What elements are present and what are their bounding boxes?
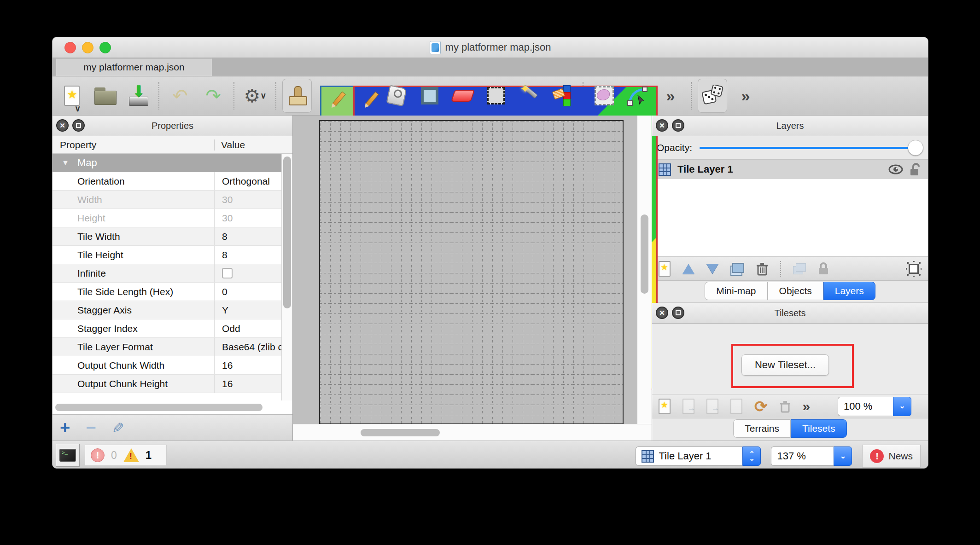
tile-map-grid[interactable] [319,120,624,424]
value-column-header[interactable]: Value [215,139,245,151]
table-row[interactable]: Height30 [52,209,292,227]
table-row[interactable]: Tile Width8 [52,227,292,246]
property-column-header[interactable]: Property [52,139,215,151]
automap-button[interactable]: ⚙∨ [240,79,270,113]
unlocked-padlock-icon[interactable] [910,162,922,176]
highlight-current-layer-icon[interactable] [906,261,922,277]
table-row[interactable]: Tile Height8 [52,246,292,264]
chevron-more-icon[interactable]: » [803,400,811,413]
close-panel-icon[interactable]: ✕ [656,119,668,132]
close-window-button[interactable] [64,42,76,53]
wang-brush-tool[interactable] [349,79,378,113]
shape-fill-tool[interactable] [415,79,444,113]
new-tileset-button[interactable]: New Tileset... [741,354,829,376]
table-row[interactable]: Stagger IndexOdd [52,319,292,338]
map-zoom-combo[interactable]: 137 % ⌄ [771,446,852,466]
delete-tileset-trash-icon[interactable] [780,400,791,413]
table-row[interactable]: OrientationOrthogonal [52,172,292,191]
zoom-window-button[interactable] [99,42,111,53]
new-tileset-toolbar-button[interactable]: ★ [659,399,671,414]
opacity-slider[interactable] [700,139,923,156]
table-row[interactable]: Output Chunk Height16 [52,375,292,393]
visibility-eye-icon[interactable] [888,164,903,175]
export-tileset-icon[interactable]: → [706,399,718,414]
map-canvas[interactable] [293,116,652,441]
float-panel-icon[interactable] [672,307,684,319]
redo-button[interactable]: ↷ [198,79,228,113]
properties-panel: ✕ Properties Property Value ▼Map Orienta… [52,116,293,441]
eraser-icon [451,90,475,102]
terrain-brush-tool[interactable] [315,79,345,113]
table-row[interactable]: Tile Layer FormatBase64 (zlib compressed… [52,338,292,356]
properties-horizontal-scrollbar[interactable] [52,400,292,414]
show-other-layers-icon[interactable] [793,263,806,274]
lock-layers-icon[interactable] [818,262,829,275]
dropdown-chevron-icon[interactable]: ⌄ [893,397,911,416]
magic-wand-tool[interactable] [514,79,544,113]
tileset-zoom-combo[interactable]: 100 % ⌄ [838,397,911,416]
new-layer-button[interactable]: ★ [659,261,671,277]
stamp-icon [288,86,306,105]
bezier-cursor-icon [627,85,648,106]
close-panel-icon[interactable]: ✕ [56,119,69,132]
map-group-row[interactable]: ▼Map [52,154,292,172]
open-file-button[interactable] [90,79,120,113]
alerts-group[interactable]: ! 0 1 [85,445,167,466]
slider-handle[interactable] [908,140,923,156]
new-map-caret-icon: ∨ [75,104,81,114]
tab-layers[interactable]: Layers [823,282,875,300]
tab-tilesets[interactable]: Tilesets [791,419,847,438]
eraser-tool[interactable] [448,79,478,113]
table-row[interactable]: Output Chunk Width16 [52,356,292,375]
table-row[interactable]: Tile Side Length (Hex)0 [52,283,292,301]
duplicate-layer-icon[interactable] [730,263,744,275]
shape-fill-icon [421,87,438,104]
tab-objects[interactable]: Objects [768,282,823,300]
layer-spinner[interactable]: ⌃⌄ [742,446,761,466]
select-same-tile-tool[interactable] [548,79,577,113]
minimize-window-button[interactable] [82,42,93,53]
collapse-triangle-icon[interactable]: ▼ [62,159,69,167]
random-mode-toggle[interactable] [698,79,727,113]
console-button[interactable]: >_ [56,444,80,467]
bucket-fill-tool[interactable] [382,79,411,113]
select-objects-tool[interactable] [589,79,619,113]
document-tab[interactable]: my platformer map.json [56,58,212,76]
table-row[interactable]: Width30 [52,191,292,209]
toolbar-separator [275,82,277,110]
dropdown-chevron-icon[interactable]: ⌄ [834,446,852,466]
raise-layer-icon[interactable] [682,264,694,274]
lower-layer-icon[interactable] [706,264,718,274]
float-panel-icon[interactable] [672,119,684,132]
close-panel-icon[interactable]: ✕ [656,307,668,319]
rectangular-select-tool[interactable] [481,79,511,113]
remove-property-button[interactable]: − [86,418,96,438]
properties-vertical-scrollbar[interactable] [281,154,292,414]
current-layer-combo[interactable]: Tile Layer 1 ⌃⌄ [636,446,761,466]
delete-layer-trash-icon[interactable] [756,262,768,276]
canvas-horizontal-scrollbar[interactable] [293,424,652,441]
tab-terrains[interactable]: Terrains [733,419,791,438]
float-panel-icon[interactable] [72,119,85,132]
tab-mini-map[interactable]: Mini-map [705,282,767,300]
more-toolbar-button[interactable]: » [731,79,760,113]
infinite-checkbox[interactable] [222,268,233,278]
edit-polygons-tool[interactable] [623,79,652,113]
news-button[interactable]: ! News [862,445,921,468]
canvas-vertical-scrollbar[interactable] [637,116,652,424]
rect-select-icon [487,87,505,104]
layer-row-selected[interactable]: Tile Layer 1 [652,160,928,179]
table-row[interactable]: Stagger AxisY [52,301,292,319]
import-tileset-icon[interactable]: → [682,399,694,414]
stamp-brush-tool[interactable] [282,79,312,113]
edit-property-button[interactable]: ✎ [109,422,127,434]
edit-tileset-icon[interactable] [730,399,742,414]
undo-button[interactable]: ↶ [165,79,195,113]
refresh-tileset-icon[interactable]: ⟳ [754,397,768,416]
new-map-button[interactable]: ★∨ [57,79,87,113]
add-property-button[interactable]: + [60,418,70,438]
table-row[interactable]: Infinite [52,264,292,283]
more-tools-button[interactable]: » [656,79,685,113]
tilesets-body: New Tileset... [652,324,928,394]
save-button[interactable] [123,79,153,113]
